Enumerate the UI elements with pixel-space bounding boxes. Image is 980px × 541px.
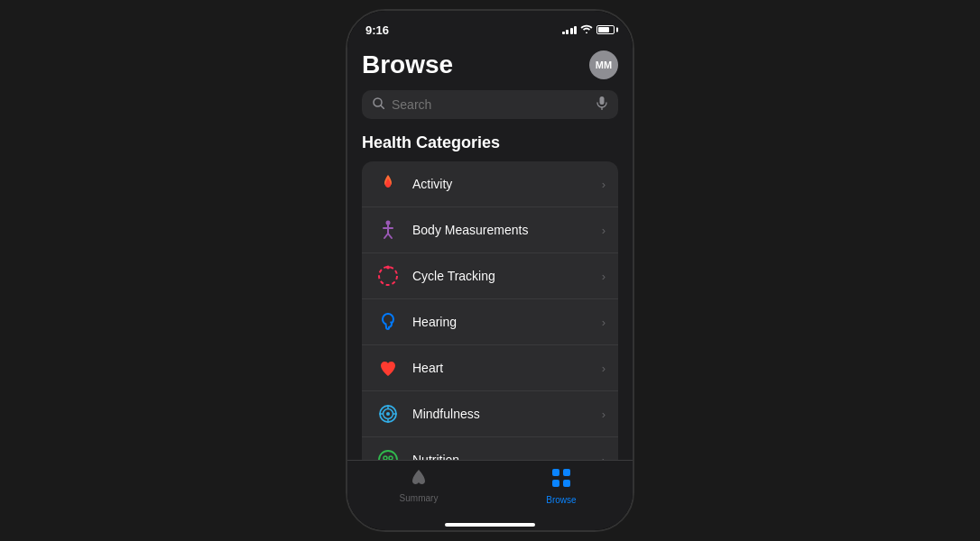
category-item-nutrition[interactable]: Nutrition › bbox=[362, 437, 618, 460]
status-icons bbox=[562, 24, 615, 35]
tab-bar: Summary Browse bbox=[347, 460, 633, 525]
summary-tab-label: Summary bbox=[400, 493, 439, 503]
svg-point-9 bbox=[379, 267, 397, 285]
category-item-body[interactable]: Body Measurements › bbox=[362, 207, 618, 253]
hearing-label: Hearing bbox=[412, 315, 591, 329]
svg-rect-2 bbox=[600, 96, 605, 105]
mic-icon[interactable] bbox=[596, 96, 607, 113]
nutrition-chevron: › bbox=[602, 454, 606, 461]
svg-point-18 bbox=[379, 451, 397, 460]
content-area: Browse MM bbox=[347, 43, 633, 460]
nutrition-label: Nutrition bbox=[412, 453, 591, 460]
mindfulness-icon bbox=[374, 400, 402, 427]
heart-icon bbox=[374, 354, 402, 381]
hearing-chevron: › bbox=[602, 316, 606, 329]
section-title: Health Categories bbox=[362, 133, 618, 152]
home-bar bbox=[445, 523, 535, 527]
heart-label: Heart bbox=[412, 361, 591, 375]
search-bar[interactable] bbox=[362, 90, 618, 119]
mindfulness-label: Mindfulness bbox=[412, 407, 591, 421]
nutrition-icon bbox=[374, 446, 402, 460]
phone-screen: 9:16 bbox=[347, 11, 633, 530]
svg-rect-24 bbox=[563, 469, 570, 476]
category-item-cycle[interactable]: Cycle Tracking › bbox=[362, 253, 618, 299]
category-item-heart[interactable]: Heart › bbox=[362, 345, 618, 391]
svg-line-1 bbox=[381, 105, 384, 109]
status-bar: 9:16 bbox=[347, 11, 633, 43]
body-label: Body Measurements bbox=[412, 223, 591, 237]
cycle-label: Cycle Tracking bbox=[412, 269, 591, 283]
svg-point-10 bbox=[386, 266, 390, 270]
body-icon bbox=[374, 216, 402, 243]
cycle-icon bbox=[374, 262, 402, 289]
svg-rect-26 bbox=[563, 480, 570, 487]
tab-summary[interactable]: Summary bbox=[347, 468, 490, 503]
home-indicator bbox=[347, 525, 633, 530]
category-item-activity[interactable]: Activity › bbox=[362, 161, 618, 207]
search-input[interactable] bbox=[392, 97, 589, 112]
activity-chevron: › bbox=[602, 178, 606, 191]
heart-chevron: › bbox=[602, 362, 606, 375]
browse-tab-icon bbox=[551, 468, 571, 492]
tab-browse[interactable]: Browse bbox=[490, 468, 633, 505]
page-header: Browse MM bbox=[362, 43, 618, 90]
phone-frame: 9:16 bbox=[346, 9, 634, 532]
svg-point-13 bbox=[386, 412, 390, 416]
browse-tab-label: Browse bbox=[546, 495, 576, 505]
hearing-icon bbox=[374, 308, 402, 335]
status-time: 9:16 bbox=[365, 23, 389, 37]
cycle-chevron: › bbox=[602, 270, 606, 283]
svg-rect-25 bbox=[552, 480, 559, 487]
svg-rect-23 bbox=[552, 469, 559, 476]
activity-label: Activity bbox=[412, 177, 591, 191]
svg-line-8 bbox=[388, 234, 392, 238]
battery-icon bbox=[596, 25, 615, 34]
category-list: Activity › Body Measurements bbox=[362, 161, 618, 460]
category-item-hearing[interactable]: Hearing › bbox=[362, 299, 618, 345]
search-icon bbox=[373, 97, 384, 112]
page-title: Browse bbox=[362, 50, 453, 79]
activity-icon bbox=[374, 170, 402, 197]
body-chevron: › bbox=[602, 224, 606, 237]
wifi-icon bbox=[580, 24, 593, 35]
category-item-mindfulness[interactable]: Mindfulness › bbox=[362, 391, 618, 437]
mindfulness-chevron: › bbox=[602, 408, 606, 421]
avatar[interactable]: MM bbox=[589, 50, 618, 79]
signal-bars-icon bbox=[562, 25, 578, 34]
summary-tab-icon bbox=[409, 468, 429, 491]
